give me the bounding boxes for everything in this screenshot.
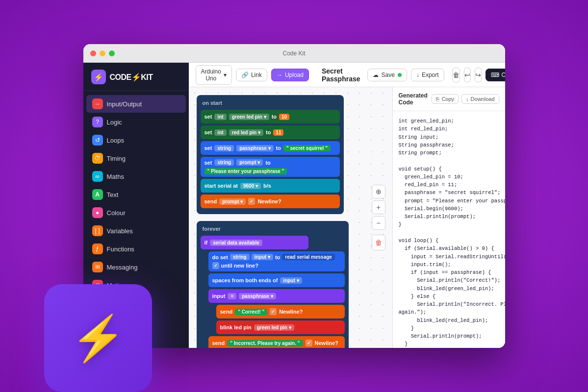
block-blink-green[interactable]: blink led pin green led pin ▾ [216,320,345,334]
code-panel-actions: ⎘ Copy ↓ Download [432,94,499,104]
redo-button[interactable]: ↪ [475,68,482,82]
save-indicator [398,73,402,77]
sidebar-label-logic: Logic [107,119,122,126]
copy-icon: ⎘ [436,96,439,102]
sidebar-item-messaging[interactable]: ✉ Messaging [86,258,186,276]
link-label: Link [251,72,262,78]
block-serial-begin[interactable]: start serial at 9600 ▾ b/s [201,179,340,193]
app-window: Code Kit ⚡ CODE⚡KIT → Input/Output ? Log… [83,44,505,348]
save-label: Save [382,72,395,78]
sidebar-label-input-output: Input/Output [107,100,142,108]
block-if-match[interactable]: input = passphrase ▾ [208,289,345,303]
toolbar: Arduino Uno ▾ 🔗 Link → Upload Secret Pas… [189,63,505,87]
sidebar-item-colour[interactable]: ● Colour [86,204,186,221]
sidebar-logo: ⚡ CODE⚡KIT [83,63,189,91]
delete-button[interactable]: 🗑 [452,68,460,82]
minimize-button[interactable] [100,50,105,56]
on-start-block: on start set int green led pin ▾ to 10 s… [197,95,344,214]
block-send-incorrect[interactable]: send " Incorrect. Please try again. " ✓ … [208,336,345,348]
block-if-serial[interactable]: if serial data available [201,236,308,249]
export-button[interactable]: ↓ Export [411,69,444,81]
sidebar-item-text[interactable]: A Text [86,186,186,203]
input-output-icon: → [92,98,103,109]
download-button[interactable]: ↓ Download [461,94,499,104]
block-send-correct[interactable]: send " Correct! " ✓ Newline? [216,305,345,318]
block-do-read[interactable]: do set string input ▾ to read serial mes… [208,251,345,271]
sidebar-label-maths: Maths [107,173,124,180]
zoom-in-button[interactable]: + [372,200,385,214]
sidebar-item-maths[interactable]: ∞ Maths [86,168,186,185]
undo-button[interactable]: ↩ [464,68,471,82]
flash-symbol: ⚡ [71,316,126,360]
maximize-button[interactable] [109,50,115,56]
canvas-nav: ⊕ + − 🗑 [372,185,385,250]
zoom-center-button[interactable]: ⊕ [372,185,385,198]
sidebar-label-functions: Functions [107,245,134,253]
link-icon: 🔗 [241,72,249,78]
sidebar-item-input-output[interactable]: → Input/Output [86,95,186,113]
copy-button[interactable]: ⎘ Copy [432,94,459,104]
canvas-area: on start set int green led pin ▾ to 10 s… [189,87,505,348]
variables-icon: [ ] [92,225,103,236]
sidebar-item-variables[interactable]: [ ] Variables [86,222,186,240]
sidebar-item-timing[interactable]: ⏱ Timing [86,149,186,167]
device-selector[interactable]: Arduino Uno ▾ [196,65,232,85]
copy-label: Copy [441,96,454,102]
text-icon: A [92,189,103,200]
titlebar: Code Kit [83,44,505,63]
sidebar-item-logic[interactable]: ? Logic [86,113,186,131]
logo-icon: ⚡ [91,70,106,84]
block-set-prompt[interactable]: set string prompt ▾ to " Please enter yo… [201,157,340,177]
loops-icon: ↺ [92,135,103,146]
sidebar-label-text: Text [107,191,119,198]
sidebar-label-messaging: Messaging [107,264,138,271]
device-chevron-icon: ▾ [224,72,227,78]
logo-flash: ⚡ [44,284,152,392]
code-panel: Generated Code ⎘ Copy ↓ Download [392,87,505,348]
sidebar-label-loops: Loops [107,137,124,144]
block-set-passphrase[interactable]: set string passphrase ▾ to " secret squi… [201,141,340,155]
code-view-button[interactable]: ⌨ Code [486,69,505,81]
sidebar-item-loops[interactable]: ↺ Loops [86,131,186,149]
download-label: Download [471,96,495,102]
logic-icon: ? [92,117,103,127]
link-button[interactable]: 🔗 Link [236,69,267,81]
block-set-red-pin[interactable]: set int red led pin ▾ to 11 [201,125,340,139]
canvas-trash-button[interactable]: 🗑 [372,235,385,250]
forever-block: forever if serial data available do set … [197,221,349,348]
maths-icon: ∞ [92,171,103,182]
timing-icon: ⏱ [92,153,103,164]
window-title: Code Kit [282,50,305,57]
code-icon: ⌨ [491,72,499,78]
export-icon: ↓ [416,72,419,78]
block-send-prompt[interactable]: send prompt ▾ ✓ Newline? [201,195,340,208]
project-name: Secret Passphrase [322,67,360,83]
sidebar-item-functions[interactable]: ƒ Functions [86,240,186,258]
sidebar-label-variables: Variables [107,227,133,235]
colour-icon: ● [92,207,103,218]
download-icon: ↓ [466,96,469,102]
functions-icon: ƒ [92,244,103,254]
device-label: Arduino Uno [201,68,221,82]
block-set-green-pin[interactable]: set int green led pin ▾ to 10 [201,110,340,123]
traffic-lights [90,50,115,56]
code-content: int green_led_pin; int red_led_pin; Stri… [393,111,505,348]
sidebar-label-colour: Colour [107,209,126,217]
export-label: Export [422,72,439,78]
code-label: Code [502,72,505,78]
save-button[interactable]: ☁ Save [367,69,407,81]
sidebar-label-timing: Timing [107,155,126,162]
content-area: Arduino Uno ▾ 🔗 Link → Upload Secret Pas… [189,63,505,348]
upload-label: Upload [285,72,304,78]
block-trim[interactable]: spaces from both ends of input ▾ [208,273,345,287]
upload-icon: → [277,72,282,78]
zoom-out-button[interactable]: − [372,216,385,230]
close-button[interactable] [90,50,96,56]
code-panel-header: Generated Code ⎘ Copy ↓ Download [393,87,505,111]
cloud-icon: ☁ [373,72,379,78]
forever-label: forever [201,225,345,233]
upload-button[interactable]: → Upload [271,69,309,81]
code-panel-title: Generated Code [399,92,432,106]
messaging-icon: ✉ [92,262,103,272]
block-canvas[interactable]: on start set int green led pin ▾ to 10 s… [189,87,392,348]
